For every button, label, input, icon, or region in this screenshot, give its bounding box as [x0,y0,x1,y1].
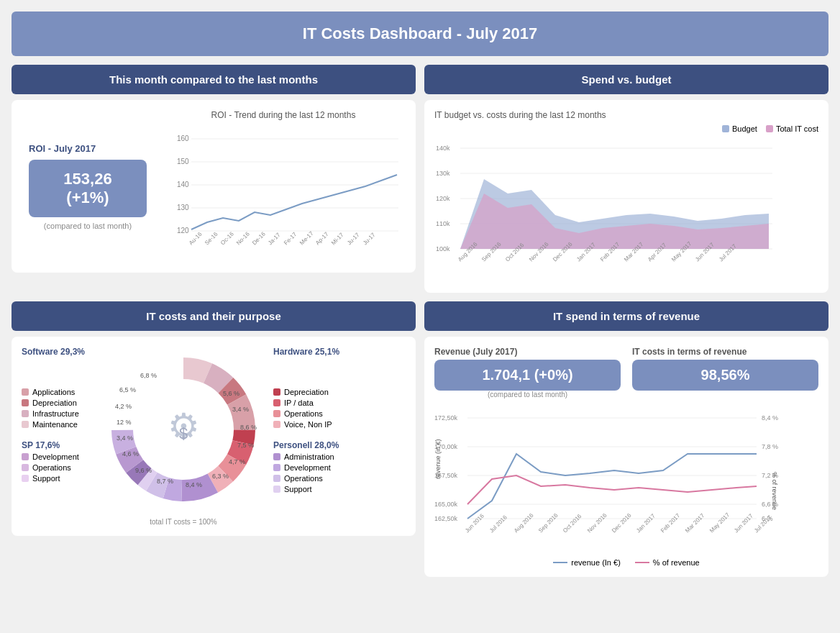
svg-text:150: 150 [177,158,189,165]
bottom-row: IT costs and their purpose Software 29,3… [12,301,828,577]
revenue-chart: 172,50k 170,00k 167,50k 165,00k 162,50k … [434,407,787,551]
svg-text:6,8 %: 6,8 % [140,372,157,379]
development-pr-label: Development [284,463,331,472]
svg-text:12 %: 12 % [117,419,132,426]
roi-title: ROI - July 2017 [29,143,147,154]
applications-label: Applications [32,388,75,396]
section1-header: This month compared to the last months [12,65,416,94]
donut-chart-wrapper: ⚙ $ 5,6 % 3,4 % 8,6 % 7,5 % 4,7 % 6,3 % … [101,347,266,526]
svg-text:140: 140 [177,181,189,188]
legend-support-sp: Support [22,474,93,483]
section2-chart-title: IT budget vs. costs during the last 12 m… [434,110,818,120]
spend-budget-chart: 140k 130k 120k 110k 100k Aug [434,136,787,280]
roi-chart-title: ROI - Trend during the last 12 months [161,110,406,120]
svg-text:Oc-16: Oc-16 [219,230,235,246]
support-pr-label: Support [284,485,312,493]
svg-text:5,6 %: 5,6 % [223,390,239,397]
legend-depreciation-sw: Depreciation [22,399,93,407]
svg-text:Ju-17: Ju-17 [362,232,377,247]
depreciation-hw-label: Depreciation [284,388,329,396]
depreciation-sw-label: Depreciation [32,399,77,407]
svg-text:100k: 100k [436,245,450,252]
operations-hw-dot [273,410,280,417]
svg-text:120k: 120k [436,195,450,202]
svg-text:3,4 %: 3,4 % [117,434,133,442]
operations-pr-dot [273,475,280,482]
svg-text:Aug 2016: Aug 2016 [513,511,535,534]
svg-text:120: 120 [177,227,189,234]
svg-text:160: 160 [177,135,189,142]
it-costs-revenue-section: IT costs in terms of revenue 98,56% [632,347,818,399]
personell-label: Personell 28,0% [273,440,345,450]
revenue-line-label: revenue (In €) [571,558,620,567]
operations-pr-label: Operations [284,474,323,483]
legend-ip-data: IP / data [273,399,345,407]
svg-text:Ju-17: Ju-17 [346,232,361,247]
svg-text:Jan 2017: Jan 2017 [635,512,657,534]
svg-text:Mi-17: Mi-17 [330,232,345,247]
svg-text:165,00k: 165,00k [434,501,458,508]
svg-text:8,7 %: 8,7 % [157,478,173,485]
development-sp-label: Development [32,452,79,461]
svg-text:Au-16: Au-16 [188,231,204,247]
svg-text:4,2 %: 4,2 % [115,403,132,410]
revenue-top: Revenue (July 2017) 1.704,1 (+0%) (compa… [434,347,818,399]
svg-text:6,5 %: 6,5 % [119,386,136,393]
costs-value-box: 98,56% [632,360,818,391]
support-sp-dot [22,475,29,482]
svg-text:Oct 2016: Oct 2016 [562,513,583,534]
svg-text:110k: 110k [436,220,450,227]
legend-pct-line: % of revenue [635,558,700,567]
roi-value-box: 153,26 (+1%) [29,160,147,217]
svg-text:7,8 %: 7,8 % [762,443,778,450]
section2-panel: IT budget vs. costs during the last 12 m… [424,100,828,293]
budget-legend: Budget Total IT cost [434,124,818,133]
legend-revenue-line: revenue (In €) [553,558,620,567]
revenue-chart-legend: revenue (In €) % of revenue [434,558,818,567]
svg-text:Sep 2016: Sep 2016 [537,511,560,534]
ip-data-dot [273,399,280,406]
legend-total-it-cost-label: Total IT cost [776,124,818,133]
section3-header: IT costs and their purpose [12,301,416,331]
header-bar: IT Costs Dashboard - July 2017 [12,12,828,56]
legend-operations-hw: Operations [273,409,345,418]
legend-development-sp: Development [22,452,93,461]
section1-panel: ROI - July 2017 153,26 (+1%) (compared t… [12,100,416,273]
svg-text:Me-17: Me-17 [298,230,315,247]
svg-text:Ja-17: Ja-17 [267,232,282,247]
svg-text:6,3 %: 6,3 % [212,473,229,480]
legend-operations-pr: Operations [273,474,345,483]
svg-text:Mar 2017: Mar 2017 [684,512,706,534]
revenue-compare: (compared to last month) [434,391,621,399]
svg-text:Feb 2017: Feb 2017 [659,512,682,534]
software-label: Software 29,3% [22,347,93,357]
roi-chart-container: ROI - Trend during the last 12 months 16… [161,110,406,263]
legend-voice-non-ip: Voice, Non IP [273,420,345,429]
legend-applications: Applications [22,388,93,396]
sp-label: SP 17,6% [22,440,93,450]
maintenance-dot [22,421,29,428]
voice-non-ip-dot [273,421,280,428]
svg-text:162,50k: 162,50k [434,515,458,522]
roi-panel-inner: ROI - July 2017 153,26 (+1%) (compared t… [22,110,406,263]
svg-text:$: $ [179,424,188,442]
svg-text:Jul 2016: Jul 2016 [488,514,508,534]
donut-section: Software 29,3% Applications Depreciation [22,347,406,526]
section-revenue: IT spend in terms of revenue Revenue (Ju… [424,301,828,577]
legend-budget-label: Budget [732,124,757,133]
legend-maintenance: Maintenance [22,420,93,429]
voice-non-ip-label: Voice, Non IP [284,420,332,429]
section4-panel: Revenue (July 2017) 1.704,1 (+0%) (compa… [424,337,828,577]
svg-text:9,6 %: 9,6 % [135,467,152,474]
page-title: IT Costs Dashboard - July 2017 [24,24,816,43]
legend-depreciation-hw: Depreciation [273,388,345,396]
svg-text:130k: 130k [436,170,450,177]
legend-budget: Budget [722,124,757,133]
operations-sp-label: Operations [32,463,71,472]
support-sp-label: Support [32,474,60,483]
main-container: IT Costs Dashboard - July 2017 This mont… [12,12,828,577]
personell-legend: Administration Development Operations [273,452,345,493]
ip-data-label: IP / data [284,399,314,407]
depreciation-sw-dot [22,399,29,406]
support-pr-dot [273,486,280,493]
